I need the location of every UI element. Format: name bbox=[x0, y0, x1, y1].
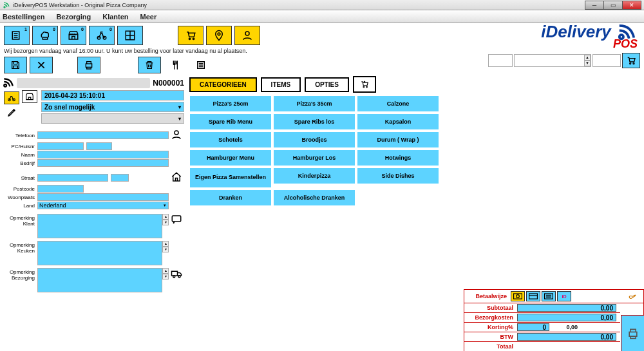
label-subtotaal: Subtotaal bbox=[468, 305, 513, 311]
svg-point-18 bbox=[178, 276, 180, 278]
input-korting-pct[interactable]: 0 bbox=[517, 323, 549, 331]
input-opm-keuken[interactable] bbox=[37, 241, 162, 265]
pay-invoice-button[interactable] bbox=[542, 291, 556, 301]
input-woonplaats[interactable] bbox=[37, 193, 169, 201]
input-bedrijf[interactable] bbox=[37, 159, 169, 167]
category-button[interactable]: Pizza's 25cm bbox=[189, 95, 272, 112]
cart-button[interactable] bbox=[178, 26, 204, 45]
add-to-cart-button[interactable] bbox=[622, 53, 640, 68]
qty-up-button[interactable]: ▲ bbox=[584, 55, 591, 61]
kitchen-button[interactable]: 0 bbox=[32, 26, 58, 45]
tab-cart-button[interactable] bbox=[353, 76, 376, 93]
orders-list-button[interactable]: 1 bbox=[4, 26, 30, 45]
delivery-time-select[interactable]: Zo snel mogelijk bbox=[41, 102, 184, 112]
checkout-print-button[interactable] bbox=[623, 326, 643, 341]
menu-bezorging[interactable]: Bezorging bbox=[56, 13, 91, 21]
window-minimize-button[interactable]: ─ bbox=[585, 1, 604, 10]
label-opm-keuken: Opmerking Keuken bbox=[3, 241, 37, 254]
cutlery-icon bbox=[164, 57, 187, 73]
order-datetime: 2016-04-23 15:10:01 bbox=[41, 90, 184, 100]
label-bezorgkosten: Bezorgkosten bbox=[468, 314, 513, 321]
save-button[interactable] bbox=[4, 57, 27, 73]
category-button[interactable]: Calzone bbox=[357, 95, 439, 112]
customer-button[interactable] bbox=[234, 26, 260, 45]
input-straat[interactable] bbox=[37, 174, 108, 182]
delivery-button[interactable]: 0 bbox=[89, 26, 115, 45]
label-straat: Straat bbox=[3, 175, 37, 181]
category-button[interactable]: Broodjes bbox=[273, 131, 355, 148]
qty-down-button[interactable]: ▼ bbox=[584, 61, 591, 66]
truck-icon bbox=[171, 268, 182, 280]
input-huisnr[interactable] bbox=[86, 142, 112, 150]
svg-rect-25 bbox=[629, 332, 637, 336]
extra-select[interactable] bbox=[41, 113, 184, 124]
tab-categorieen[interactable]: CATEGORIEEN bbox=[189, 77, 257, 92]
comment-icon bbox=[171, 214, 182, 225]
label-opm-klant: Opmerking Klant bbox=[3, 214, 37, 227]
input-opm-klant[interactable] bbox=[37, 214, 162, 238]
pay-cash-button[interactable] bbox=[511, 291, 525, 301]
category-button[interactable]: Spare Ribs los bbox=[273, 113, 355, 130]
input-land[interactable]: Nederland▾ bbox=[37, 202, 169, 209]
category-button[interactable]: Kinderpizza bbox=[273, 167, 355, 184]
store-button[interactable]: 0 bbox=[61, 26, 86, 45]
location-button[interactable] bbox=[206, 26, 232, 45]
pay-ideal-button[interactable]: iD bbox=[557, 291, 571, 301]
category-button[interactable]: Dranken bbox=[189, 189, 272, 206]
tab-items[interactable]: ITEMS bbox=[261, 77, 301, 92]
tables-button[interactable] bbox=[117, 26, 143, 45]
window-titlebar: iDeliveryPOS Werkstation - Original Pizz… bbox=[0, 0, 644, 10]
category-button[interactable]: Durum ( Wrap ) bbox=[357, 131, 439, 148]
svg-point-20 bbox=[366, 86, 367, 88]
input-postcode[interactable] bbox=[37, 185, 84, 193]
order-slot bbox=[17, 78, 150, 88]
category-button[interactable]: Hamburger Los bbox=[273, 149, 355, 166]
input-straat-nr[interactable] bbox=[111, 174, 129, 182]
input-telefoon[interactable] bbox=[37, 131, 169, 139]
edit-icon[interactable] bbox=[7, 107, 17, 117]
svg-point-6 bbox=[218, 33, 220, 35]
label-telefoon: Telefoon bbox=[3, 133, 37, 138]
product-search-bar: ▲ ▼ bbox=[488, 53, 640, 68]
input-pc[interactable] bbox=[37, 142, 84, 150]
category-button[interactable]: Spare Rib Menu bbox=[189, 113, 272, 130]
spin-up[interactable]: ▴ bbox=[162, 214, 169, 220]
menu-klanten[interactable]: Klanten bbox=[102, 13, 128, 21]
print-button[interactable] bbox=[77, 57, 100, 73]
order-form: N000001 2016-04-23 15:10:01 Zo snel moge… bbox=[0, 76, 187, 351]
window-maximize-button[interactable]: ▭ bbox=[603, 1, 623, 10]
category-button[interactable]: Pizza's 35cm bbox=[273, 95, 355, 112]
category-button[interactable]: Side Dishes bbox=[357, 167, 439, 184]
spin-down[interactable]: ▾ bbox=[162, 220, 169, 225]
category-button[interactable]: Hotwings bbox=[357, 149, 439, 166]
category-button[interactable]: Alcoholische Dranken bbox=[273, 189, 355, 206]
cancel-button[interactable] bbox=[30, 57, 53, 73]
pay-card-button[interactable] bbox=[526, 291, 540, 301]
delivery-mode-store-button[interactable] bbox=[22, 90, 37, 103]
tab-opties[interactable]: OPTIES bbox=[305, 77, 349, 92]
label-naam: Naam bbox=[3, 152, 37, 158]
menu-meer[interactable]: Meer bbox=[140, 13, 157, 21]
category-button[interactable]: Hamburger Menu bbox=[189, 149, 272, 166]
search-qty-input[interactable] bbox=[514, 54, 591, 67]
category-button[interactable]: Kapsalon bbox=[357, 113, 439, 130]
window-close-button[interactable]: ✕ bbox=[622, 1, 641, 10]
search-code-input[interactable] bbox=[488, 54, 513, 67]
menu-bestellingen[interactable]: Bestellingen bbox=[3, 13, 44, 21]
list-icon bbox=[189, 57, 213, 73]
label-woonplaats: Woonplaats bbox=[3, 194, 37, 200]
totals-panel: Betaalwijze iD Subtotaal0,00 Bezorgkoste… bbox=[464, 289, 644, 351]
label-bedrijf: Bedrijf bbox=[3, 160, 37, 166]
category-button[interactable]: Schotels bbox=[189, 131, 272, 148]
input-naam[interactable] bbox=[37, 151, 169, 158]
delivery-mode-scooter-button[interactable] bbox=[4, 91, 19, 104]
delete-button[interactable] bbox=[138, 57, 161, 73]
category-grid: Pizza's 25cmPizza's 35cmCalzoneSpare Rib… bbox=[189, 95, 644, 206]
input-opm-bezorg[interactable] bbox=[37, 268, 162, 292]
category-button[interactable]: Eigen Pizza Samenstellen bbox=[189, 167, 272, 188]
svg-rect-8 bbox=[86, 64, 91, 67]
value-totaal bbox=[517, 343, 616, 350]
user-icon bbox=[171, 129, 182, 140]
label-pchuisnr: PC/Huisnr bbox=[3, 144, 37, 149]
search-text-input[interactable] bbox=[592, 54, 621, 67]
